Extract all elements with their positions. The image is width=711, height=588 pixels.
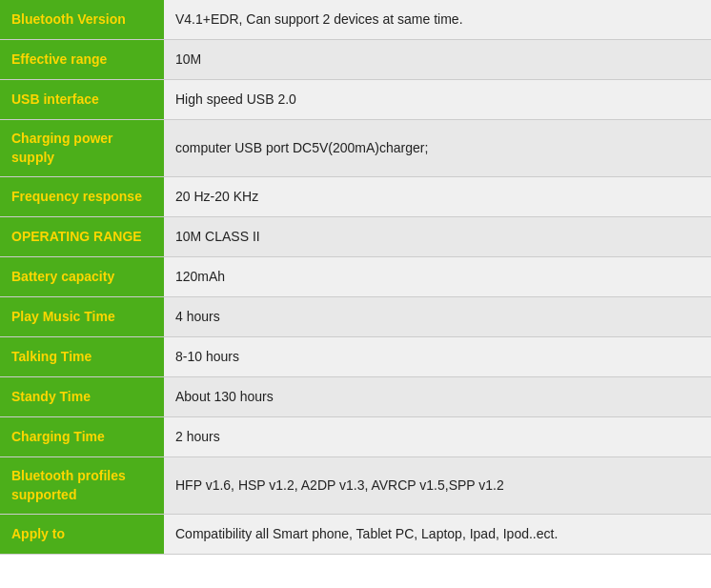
spec-label: Apply to [0,515,164,555]
spec-table: Bluetooth VersionV4.1+EDR, Can support 2… [0,0,711,555]
table-row: OPERATING RANGE10M CLASS II [0,217,711,257]
table-row: Bluetooth VersionV4.1+EDR, Can support 2… [0,0,711,40]
spec-label: Standy Time [0,377,164,417]
spec-value: 4 hours [164,297,711,337]
spec-label: OPERATING RANGE [0,217,164,257]
table-row: Talking Time8-10 hours [0,337,711,377]
table-row: USB interfaceHigh speed USB 2.0 [0,80,711,120]
table-row: Apply toCompatibility all Smart phone, T… [0,515,711,555]
spec-label: USB interface [0,80,164,120]
table-row: Effective range10M [0,40,711,80]
spec-value: 120mAh [164,257,711,297]
spec-value: 10M CLASS II [164,217,711,257]
spec-label: Frequency response [0,177,164,217]
spec-label: Bluetooth Version [0,0,164,40]
spec-label: Charging Time [0,417,164,457]
spec-value: 8-10 hours [164,337,711,377]
spec-value: computer USB port DC5V(200mA)charger; [164,120,711,177]
table-row: Charging Time2 hours [0,417,711,457]
spec-label: Play Music Time [0,297,164,337]
spec-value: 20 Hz-20 KHz [164,177,711,217]
spec-label: Effective range [0,40,164,80]
spec-value: 2 hours [164,417,711,457]
spec-value: High speed USB 2.0 [164,80,711,120]
table-row: Bluetooth profiles supportedHFP v1.6, HS… [0,457,711,515]
table-row: Standy TimeAbout 130 hours [0,377,711,417]
table-row: Charging power supplycomputer USB port D… [0,120,711,177]
spec-label: Talking Time [0,337,164,377]
table-row: Play Music Time4 hours [0,297,711,337]
spec-value: V4.1+EDR, Can support 2 devices at same … [164,0,711,40]
spec-value: About 130 hours [164,377,711,417]
spec-label: Bluetooth profiles supported [0,457,164,515]
spec-label: Battery capacity [0,257,164,297]
table-row: Battery capacity120mAh [0,257,711,297]
spec-value: 10M [164,40,711,80]
spec-value: Compatibility all Smart phone, Tablet PC… [164,515,711,555]
table-row: Frequency response20 Hz-20 KHz [0,177,711,217]
spec-value: HFP v1.6, HSP v1.2, A2DP v1.3, AVRCP v1.… [164,457,711,515]
spec-label: Charging power supply [0,120,164,177]
